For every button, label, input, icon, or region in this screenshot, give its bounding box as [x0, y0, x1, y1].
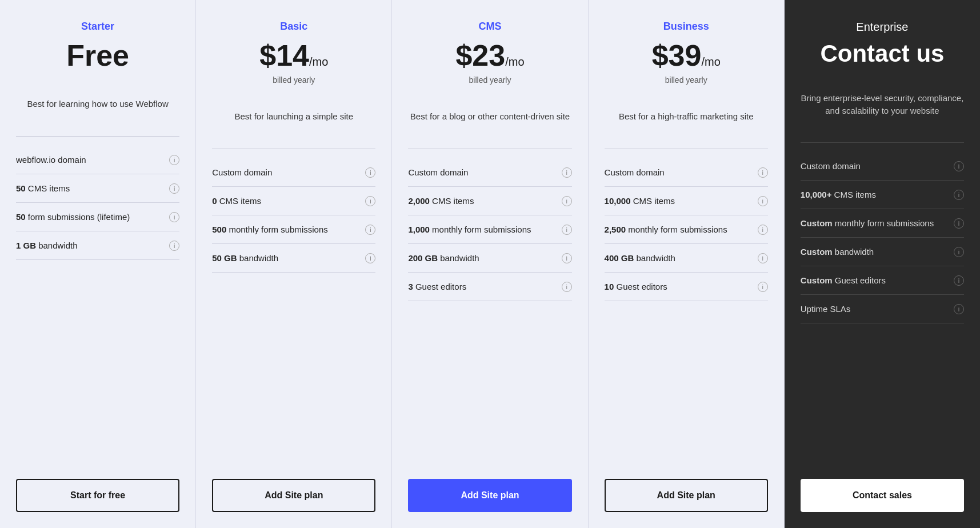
cta-button-cms[interactable]: Add Site plan — [408, 479, 571, 512]
info-icon[interactable]: i — [562, 196, 572, 206]
cta-button-enterprise[interactable]: Contact sales — [801, 479, 964, 512]
features-list-business: Custom domaini10,000 CMS itemsi2,500 mon… — [605, 158, 768, 465]
feature-row: 2,000 CMS itemsi — [408, 187, 571, 215]
cta-button-starter[interactable]: Start for free — [16, 479, 179, 512]
plan-name-business: Business — [605, 21, 768, 33]
feature-text: Uptime SLAs — [801, 303, 949, 315]
cta-button-business[interactable]: Add Site plan — [605, 479, 768, 512]
info-icon[interactable]: i — [954, 304, 964, 314]
info-icon[interactable]: i — [758, 282, 768, 292]
info-icon[interactable]: i — [954, 247, 964, 257]
feature-text: webflow.io domain — [16, 154, 165, 166]
plan-col-enterprise: EnterpriseContact usBring enterprise-lev… — [785, 0, 980, 528]
info-icon[interactable]: i — [758, 196, 768, 206]
cta-area-basic: Add Site plan — [212, 479, 375, 512]
cta-area-starter: Start for free — [16, 479, 179, 512]
price-value: Free — [66, 39, 129, 72]
divider-business — [605, 149, 768, 149]
plan-price-starter: Free — [16, 39, 179, 72]
plan-price-basic: $14/mo — [212, 39, 375, 72]
features-list-basic: Custom domaini0 CMS itemsi500 monthly fo… — [212, 158, 375, 465]
divider-enterprise — [801, 142, 964, 143]
plan-name-basic: Basic — [212, 21, 375, 33]
cta-area-business: Add Site plan — [605, 479, 768, 512]
feature-text: 400 GB bandwidth — [605, 252, 753, 264]
plan-col-basic: Basic$14/mobilled yearlyBest for launchi… — [196, 0, 392, 528]
info-icon[interactable]: i — [365, 253, 375, 263]
feature-text: 500 monthly form submissions — [212, 223, 361, 235]
feature-text: Custom domain — [801, 160, 949, 172]
plan-description-business: Best for a high-traffic marketing site — [605, 94, 768, 139]
price-value: $39 — [652, 39, 702, 72]
plan-description-cms: Best for a blog or other content-driven … — [408, 94, 571, 139]
feature-text: 50 CMS items — [16, 182, 165, 194]
info-icon[interactable]: i — [562, 253, 572, 263]
feature-row: Custom bandwidthi — [801, 238, 964, 266]
feature-row: Custom domaini — [801, 152, 964, 181]
info-icon[interactable]: i — [562, 225, 572, 235]
feature-row: Custom monthly form submissionsi — [801, 209, 964, 238]
price-value: Contact us — [820, 40, 944, 67]
info-icon[interactable]: i — [169, 241, 179, 251]
feature-text: 0 CMS items — [212, 195, 361, 207]
plan-description-starter: Best for learning how to use Webflow — [16, 81, 179, 127]
info-icon[interactable]: i — [954, 161, 964, 171]
feature-text: 1,000 monthly form submissions — [408, 223, 557, 235]
divider-cms — [408, 149, 571, 149]
info-icon[interactable]: i — [758, 167, 768, 178]
info-icon[interactable]: i — [169, 212, 179, 222]
info-icon[interactable]: i — [954, 275, 964, 286]
billed-business: billed yearly — [605, 75, 768, 85]
info-icon[interactable]: i — [169, 183, 179, 194]
info-icon[interactable]: i — [758, 225, 768, 235]
feature-row: Custom domaini — [212, 158, 375, 187]
price-value: $14 — [259, 39, 309, 72]
cta-area-cms: Add Site plan — [408, 479, 571, 512]
plan-name-enterprise: Enterprise — [801, 21, 964, 34]
cta-area-enterprise: Contact sales — [801, 479, 964, 512]
price-value: $23 — [455, 39, 505, 72]
feature-text: 200 GB bandwidth — [408, 252, 557, 264]
price-suffix: /mo — [309, 55, 328, 68]
info-icon[interactable]: i — [365, 196, 375, 206]
feature-row: 2,500 monthly form submissionsi — [605, 215, 768, 244]
feature-row: Custom domaini — [408, 158, 571, 187]
plan-price-business: $39/mo — [605, 39, 768, 72]
feature-text: 2,000 CMS items — [408, 195, 557, 207]
info-icon[interactable]: i — [365, 225, 375, 235]
feature-text: 50 form submissions (lifetime) — [16, 211, 165, 223]
cta-button-basic[interactable]: Add Site plan — [212, 479, 375, 512]
feature-row: 1,000 monthly form submissionsi — [408, 215, 571, 244]
feature-row: 50 GB bandwidthi — [212, 244, 375, 273]
feature-row: 10 Guest editorsi — [605, 273, 768, 301]
feature-text: 10,000 CMS items — [605, 195, 753, 207]
feature-row: 10,000 CMS itemsi — [605, 187, 768, 215]
feature-text: Custom domain — [212, 166, 361, 178]
plan-name-starter: Starter — [16, 21, 179, 33]
info-icon[interactable]: i — [562, 167, 572, 178]
plan-col-cms: CMS$23/mobilled yearlyBest for a blog or… — [392, 0, 588, 528]
feature-row: 200 GB bandwidthi — [408, 244, 571, 273]
feature-text: Custom domain — [408, 166, 557, 178]
plan-description-enterprise: Bring enterprise-level security, complia… — [801, 76, 964, 133]
features-list-enterprise: Custom domaini10,000+ CMS itemsiCustom m… — [801, 152, 964, 465]
feature-text: Custom monthly form submissions — [801, 217, 949, 229]
feature-text: Custom Guest editors — [801, 274, 949, 286]
info-icon[interactable]: i — [365, 167, 375, 178]
info-icon[interactable]: i — [758, 253, 768, 263]
info-icon[interactable]: i — [169, 155, 179, 165]
info-icon[interactable]: i — [954, 218, 964, 229]
feature-text: Custom bandwidth — [801, 246, 949, 258]
feature-row: Custom domaini — [605, 158, 768, 187]
feature-row: 50 form submissions (lifetime)i — [16, 203, 179, 231]
feature-text: 10 Guest editors — [605, 281, 753, 293]
feature-row: Custom Guest editorsi — [801, 266, 964, 295]
feature-row: 50 CMS itemsi — [16, 174, 179, 203]
info-icon[interactable]: i — [562, 282, 572, 292]
info-icon[interactable]: i — [954, 190, 964, 200]
features-list-cms: Custom domaini2,000 CMS itemsi1,000 mont… — [408, 158, 571, 465]
feature-row: Uptime SLAsi — [801, 295, 964, 323]
plan-name-cms: CMS — [408, 21, 571, 33]
feature-row: 400 GB bandwidthi — [605, 244, 768, 273]
feature-row: 0 CMS itemsi — [212, 187, 375, 215]
